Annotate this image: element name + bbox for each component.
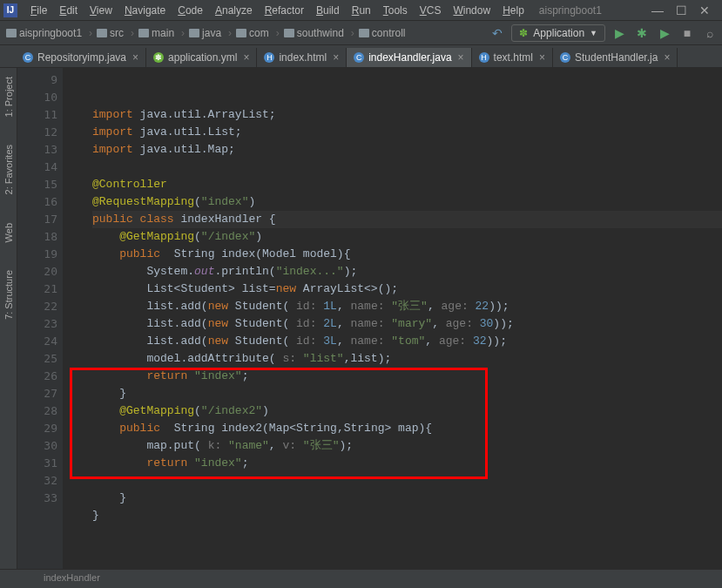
gutter-line[interactable]: 24 — [17, 333, 57, 350]
menu-analyze[interactable]: Analyze — [209, 4, 259, 17]
code-line[interactable]: System.out.println("index..."); — [92, 263, 722, 280]
sidetab-7: Structure[interactable]: 7: Structure — [3, 265, 14, 325]
code-line[interactable]: } — [92, 507, 722, 524]
code-line[interactable]: @GetMapping("/index") — [92, 228, 722, 246]
code-line[interactable]: } — [92, 490, 722, 507]
code-line[interactable]: @GetMapping("/index2") — [92, 402, 722, 420]
token — [92, 404, 119, 417]
gutter-line[interactable]: 32 — [17, 472, 57, 490]
maximize-button[interactable]: ☐ — [676, 3, 687, 17]
breadcrumb[interactable]: java — [177, 27, 224, 39]
code-line[interactable]: List<Student> list=new ArrayList<>(); — [92, 280, 722, 298]
menu-refactor[interactable]: Refactor — [259, 4, 310, 17]
code-line[interactable]: @RequestMapping("index") — [92, 193, 722, 211]
close-icon[interactable]: × — [333, 51, 339, 64]
stop-button[interactable]: ■ — [678, 26, 696, 40]
code-editor[interactable]: import java.util.ArrayList;import java.u… — [63, 68, 722, 569]
code-line[interactable]: list.add(new Student( id: 2L, name: "mar… — [92, 315, 722, 333]
gutter-line[interactable]: 33 — [17, 490, 57, 507]
gutter-line[interactable]: 13 — [17, 141, 57, 159]
code-line[interactable] — [92, 524, 722, 542]
back-icon[interactable]: ↶ — [489, 26, 506, 40]
run-button[interactable]: ▶ — [611, 26, 628, 40]
tab-application.yml[interactable]: ✽application.yml× — [146, 48, 257, 67]
gutter-line[interactable]: 26 — [17, 368, 57, 385]
close-icon[interactable]: × — [243, 51, 249, 64]
gutter-line[interactable]: 18 — [17, 228, 57, 246]
code-line[interactable]: } — [92, 385, 722, 402]
gutter-line[interactable]: 14 — [17, 159, 57, 176]
menu-view[interactable]: View — [84, 4, 118, 17]
gutter-line[interactable]: 12 — [17, 124, 57, 141]
debug-button[interactable]: ✱ — [633, 26, 651, 40]
menu-code[interactable]: Code — [172, 4, 209, 17]
tab-Repositoryimp.java[interactable]: CRepositoryimp.java× — [16, 48, 146, 67]
close-button[interactable]: ✕ — [699, 3, 710, 17]
gutter-line[interactable]: 21 — [17, 280, 57, 298]
coverage-button[interactable]: ▶ — [656, 26, 673, 40]
code-line[interactable]: import java.util.Map; — [92, 141, 722, 159]
code-line[interactable]: @Controller — [92, 176, 722, 193]
menu-run[interactable]: Run — [346, 4, 377, 17]
tab-StudentHandler.ja[interactable]: CStudentHandler.ja× — [553, 48, 678, 67]
code-line[interactable] — [92, 472, 722, 490]
code-line[interactable]: import java.util.ArrayList; — [92, 106, 722, 124]
code-line[interactable]: model.addAttribute( s: "list",list); — [92, 350, 722, 368]
token: { — [269, 213, 276, 226]
close-icon[interactable]: × — [664, 51, 670, 64]
code-line[interactable]: return "index"; — [92, 455, 722, 472]
gutter-line[interactable]: 19 — [17, 246, 57, 263]
gutter-line[interactable]: 20 — [17, 263, 57, 280]
minimize-button[interactable]: — — [651, 3, 664, 17]
menu-navigate[interactable]: Navigate — [118, 4, 172, 17]
gutter-line[interactable]: 28 — [17, 402, 57, 420]
gutter-line[interactable]: 23 — [17, 315, 57, 333]
gutter-line[interactable]: 16 — [17, 193, 57, 211]
code-line[interactable]: list.add(new Student( id: 1L, name: "张三"… — [92, 298, 722, 315]
gutter-line[interactable]: 10 — [17, 89, 57, 106]
gutter-line[interactable]: 25 — [17, 350, 57, 368]
code-line[interactable]: map.put( k: "name", v: "张三"); — [92, 437, 722, 455]
breadcrumb[interactable]: src — [84, 27, 126, 39]
tab-text.html[interactable]: Htext.html× — [472, 48, 553, 67]
menu-window[interactable]: Window — [447, 4, 496, 17]
menu-tools[interactable]: Tools — [377, 4, 414, 17]
tab-indexHandler.java[interactable]: CindexHandler.java× — [347, 48, 471, 67]
sidetab-Web[interactable]: Web — [3, 218, 14, 247]
gutter-line[interactable]: 17 — [17, 211, 57, 228]
menu-build[interactable]: Build — [310, 4, 346, 17]
gutter-line[interactable]: 15 — [17, 176, 57, 193]
breadcrumb[interactable]: aispringboot1 — [3, 27, 84, 39]
sidetab-2: Favorites[interactable]: 2: Favorites — [3, 139, 14, 199]
run-config-selector[interactable]: ✽ Application ▼ — [511, 24, 605, 42]
menu-help[interactable]: Help — [496, 4, 530, 17]
code-line[interactable]: import java.util.List; — [92, 124, 722, 141]
code-line[interactable]: list.add(new Student( id: 3L, name: "tom… — [92, 333, 722, 350]
gutter-line[interactable]: 30 — [17, 437, 57, 455]
menu-vcs[interactable]: VCS — [414, 4, 448, 17]
breadcrumb[interactable]: com — [224, 27, 272, 39]
menu-edit[interactable]: Edit — [53, 4, 84, 17]
breadcrumb[interactable]: southwind — [272, 27, 347, 39]
breadcrumb[interactable]: main — [126, 27, 177, 39]
tab-index.html[interactable]: Hindex.html× — [257, 48, 347, 67]
gutter-line[interactable]: 31 — [17, 455, 57, 472]
gutter-line[interactable]: 29 — [17, 420, 57, 437]
gutter-line[interactable]: 22 — [17, 298, 57, 315]
code-line[interactable]: return "index"; — [92, 368, 722, 385]
sidetab-1: Project[interactable]: 1: Project — [3, 71, 14, 122]
code-line[interactable] — [92, 159, 722, 176]
gutter-line[interactable]: 11 — [17, 106, 57, 124]
search-icon[interactable]: ⌕ — [701, 26, 719, 40]
gutter-line[interactable]: 27 — [17, 385, 57, 402]
close-icon[interactable]: × — [458, 51, 464, 64]
code-line[interactable]: public String index2(Map<String,String> … — [92, 420, 722, 437]
close-icon[interactable]: × — [132, 51, 138, 64]
code-line[interactable]: public class indexHandler { — [92, 211, 722, 228]
code-line[interactable]: public String index(Model model){ — [92, 246, 722, 263]
gutter-line[interactable]: 9 — [17, 71, 57, 89]
close-icon[interactable]: × — [539, 51, 545, 64]
breadcrumb[interactable]: controll — [347, 27, 408, 39]
editor-breadcrumb[interactable]: indexHandler — [0, 569, 722, 588]
menu-file[interactable]: File — [24, 4, 53, 17]
